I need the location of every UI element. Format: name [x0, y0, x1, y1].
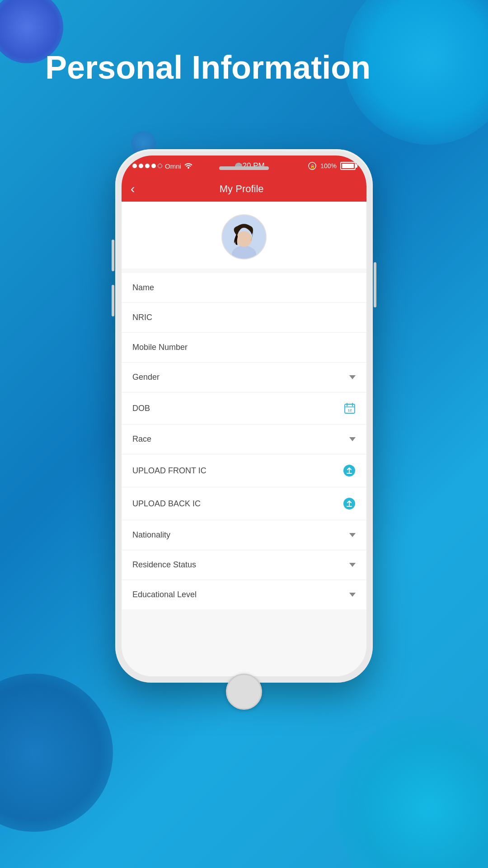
calendar-icon: 12	[344, 402, 356, 414]
chevron-down-icon-residence	[349, 563, 356, 567]
phone-speaker	[219, 166, 269, 170]
chevron-down-icon	[349, 375, 356, 379]
battery-percent: 100%	[320, 162, 337, 170]
svg-point-5	[236, 231, 252, 247]
field-education[interactable]: Educational Level	[122, 580, 366, 609]
carrier-name: Omni	[165, 162, 181, 170]
field-name-label: Name	[132, 283, 154, 292]
phone-outer: Omni 4:20 PM 🔒 100%	[115, 149, 373, 683]
field-race[interactable]: Race	[122, 425, 366, 454]
field-nationality-label: Nationality	[132, 530, 170, 540]
avatar-section	[122, 202, 366, 269]
side-btn-volume-up	[112, 240, 114, 271]
field-residence[interactable]: Residence Status	[122, 550, 366, 580]
status-left: Omni	[132, 161, 193, 170]
field-nric[interactable]: NRIC	[122, 303, 366, 333]
phone-screen: Omni 4:20 PM 🔒 100%	[122, 156, 366, 676]
avatar-image	[222, 215, 266, 259]
field-nationality[interactable]: Nationality	[122, 520, 366, 550]
signal-dot-1	[132, 164, 137, 168]
field-residence-label: Residence Status	[132, 560, 196, 570]
signal-dot-3	[145, 164, 150, 168]
nav-title: My Profile	[144, 183, 339, 195]
field-upload-front-label: UPLOAD FRONT IC	[132, 466, 206, 476]
avatar[interactable]	[221, 214, 267, 259]
field-nric-label: NRIC	[132, 313, 152, 322]
chevron-down-icon-education	[349, 593, 356, 597]
back-button[interactable]: ‹	[131, 182, 135, 196]
field-mobile[interactable]: Mobile Number	[122, 333, 366, 363]
field-mobile-label: Mobile Number	[132, 343, 188, 352]
field-upload-back-label: UPLOAD BACK IC	[132, 499, 201, 509]
field-gender-label: Gender	[132, 373, 160, 382]
field-dob[interactable]: DOB 12	[122, 392, 366, 425]
svg-text:🔒: 🔒	[310, 164, 315, 169]
lock-icon: 🔒	[308, 161, 317, 170]
field-dob-label: DOB	[132, 404, 150, 413]
signal-dots	[132, 164, 162, 168]
upload-back-icon	[343, 497, 356, 510]
battery-icon	[340, 162, 356, 170]
content-area[interactable]: Name NRIC Mobile Number Gender DOB	[122, 202, 366, 676]
chevron-down-icon-race	[349, 437, 356, 441]
page-title: Personal Information	[45, 50, 371, 85]
svg-text:12: 12	[348, 408, 352, 412]
battery-fill	[342, 164, 354, 168]
field-upload-back[interactable]: UPLOAD BACK IC	[122, 487, 366, 520]
field-education-label: Educational Level	[132, 590, 197, 599]
navigation-bar: ‹ My Profile	[122, 176, 366, 202]
signal-dot-5	[158, 164, 162, 168]
field-race-label: Race	[132, 434, 151, 444]
status-right: 🔒 100%	[308, 161, 356, 170]
bg-decoration-bottom-left	[0, 674, 113, 832]
side-btn-volume-down	[112, 285, 114, 316]
field-name[interactable]: Name	[122, 273, 366, 303]
field-gender[interactable]: Gender	[122, 363, 366, 392]
phone-mockup: Omni 4:20 PM 🔒 100%	[115, 149, 373, 836]
side-btn-power	[374, 262, 376, 307]
status-bar: Omni 4:20 PM 🔒 100%	[122, 156, 366, 176]
field-upload-front[interactable]: UPLOAD FRONT IC	[122, 454, 366, 487]
signal-dot-4	[151, 164, 156, 168]
upload-front-icon	[343, 464, 356, 477]
wifi-icon	[184, 161, 193, 170]
signal-dot-2	[139, 164, 143, 168]
chevron-down-icon-nationality	[349, 533, 356, 537]
form-section: Name NRIC Mobile Number Gender DOB	[122, 273, 366, 609]
phone-home-button[interactable]	[226, 674, 262, 710]
